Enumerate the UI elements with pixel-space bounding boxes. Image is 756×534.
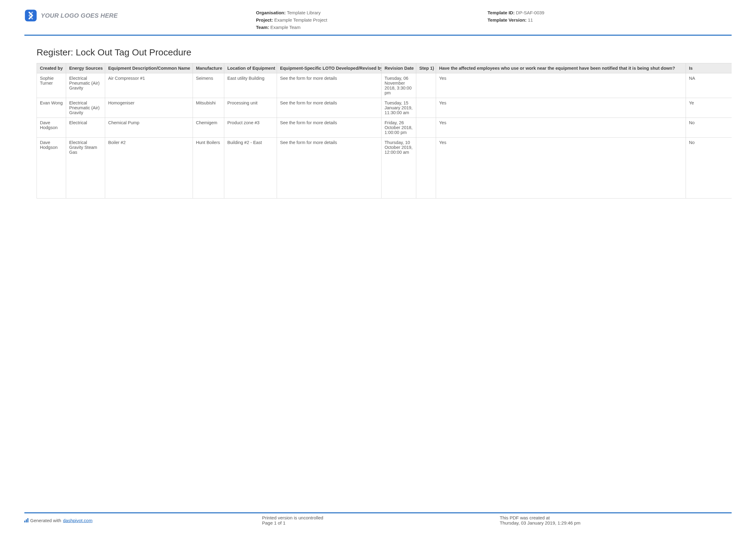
page-title: Register: Lock Out Tag Out Procedure <box>37 47 732 58</box>
table-row: Dave Hodgson Electrical Chemical Pump Ch… <box>37 118 732 138</box>
col-loto-developed-by: Equipment-Specific LOTO Developed/Revise… <box>277 63 382 73</box>
cell-energy: Electrical Pneumatic (Air) Gravity <box>66 73 105 98</box>
logo-text: YOUR LOGO GOES HERE <box>41 12 118 19</box>
template-id-label: Template ID: <box>488 10 515 15</box>
footer-right: This PDF was created at Thursday, 03 Jan… <box>500 515 732 525</box>
team-value: Example Team <box>270 25 300 30</box>
cell-created-by: Sophie Turner <box>37 73 66 98</box>
template-id-value: DP-SAF-0039 <box>516 10 544 15</box>
col-notified: Have the affected employees who use or w… <box>436 63 686 73</box>
cell-is: No <box>686 138 732 198</box>
col-created-by: Created by <box>37 63 66 73</box>
cell-equip: Boiler #2 <box>105 138 193 198</box>
generated-with-text: Generated with <box>30 518 61 523</box>
cell-step1 <box>416 98 436 118</box>
svg-rect-0 <box>25 10 37 22</box>
project-value: Example Template Project <box>274 17 327 22</box>
dashpivot-link[interactable]: dashpivot.com <box>63 518 93 523</box>
org-label: Organisation: <box>256 10 286 15</box>
logo-block: YOUR LOGO GOES HERE <box>24 9 256 22</box>
cell-energy: Electrical <box>66 118 105 138</box>
cell-rev: Friday, 26 October 2018, 1:00:00 pm <box>382 118 416 138</box>
bar-chart-icon <box>24 518 28 522</box>
cell-notified: Yes <box>436 118 686 138</box>
cell-step1 <box>416 118 436 138</box>
team-label: Team: <box>256 25 269 30</box>
cell-is: Ye <box>686 98 732 118</box>
cell-mfr: Chemigem <box>193 118 224 138</box>
created-at-value: Thursday, 03 January 2019, 1:29:46 pm <box>500 520 732 525</box>
cell-loto-by: See the form for more details <box>277 73 382 98</box>
meta-right: Template ID: DP-SAF-0039 Template Versio… <box>488 9 732 24</box>
cell-equip: Chemical Pump <box>105 118 193 138</box>
table-header-row: Created by Energy Sources Equipment Desc… <box>37 63 732 73</box>
cell-step1 <box>416 138 436 198</box>
col-step1: Step 1) <box>416 63 436 73</box>
table-row: Dave Hodgson Electrical Gravity Steam Ga… <box>37 138 732 198</box>
uncontrolled-text: Printed version is uncontrolled <box>262 515 500 520</box>
cell-is: NA <box>686 73 732 98</box>
col-energy-sources: Energy Sources <box>66 63 105 73</box>
cell-rev: Tuesday, 15 January 2019, 11:30:00 am <box>382 98 416 118</box>
logo-icon <box>24 9 37 22</box>
created-at-label: This PDF was created at <box>500 515 732 520</box>
table-row: Sophie Turner Electrical Pneumatic (Air)… <box>37 73 732 98</box>
cell-notified: Yes <box>436 98 686 118</box>
col-equipment-description: Equipment Description/Common Name <box>105 63 193 73</box>
cell-energy: Electrical Pneumatic (Air) Gravity <box>66 98 105 118</box>
col-location: Location of Equipment <box>224 63 277 73</box>
col-manufacture: Manufacture <box>193 63 224 73</box>
cell-loc: Product zone #3 <box>224 118 277 138</box>
cell-rev: Tuesday, 06 November 2018, 3:30:00 pm <box>382 73 416 98</box>
template-version-label: Template Version: <box>488 17 526 22</box>
page-number: Page 1 of 1 <box>262 520 500 525</box>
cell-notified: Yes <box>436 138 686 198</box>
document-header: YOUR LOGO GOES HERE Organisation: Templa… <box>24 9 732 36</box>
cell-equip: Homogeniser <box>105 98 193 118</box>
cell-mfr: Mitsubishi <box>193 98 224 118</box>
cell-created-by: Dave Hodgson <box>37 138 66 198</box>
cell-notified: Yes <box>436 73 686 98</box>
cell-loto-by: See the form for more details <box>277 98 382 118</box>
cell-rev: Thursday, 10 October 2019, 12:00:00 am <box>382 138 416 198</box>
cell-mfr: Seimens <box>193 73 224 98</box>
cell-created-by: Evan Wong <box>37 98 66 118</box>
cell-energy: Electrical Gravity Steam Gas <box>66 138 105 198</box>
register-table: Created by Energy Sources Equipment Desc… <box>37 63 732 198</box>
cell-created-by: Dave Hodgson <box>37 118 66 138</box>
document-footer: Generated with dashpivot.com Printed ver… <box>24 512 732 525</box>
org-value: Template Library <box>287 10 321 15</box>
footer-center: Printed version is uncontrolled Page 1 o… <box>262 515 500 525</box>
col-is: Is <box>686 63 732 73</box>
meta-center: Organisation: Template Library Project: … <box>256 9 488 31</box>
footer-left: Generated with dashpivot.com <box>24 515 262 525</box>
cell-is: No <box>686 118 732 138</box>
cell-loto-by: See the form for more details <box>277 138 382 198</box>
cell-mfr: Hunt Boilers <box>193 138 224 198</box>
cell-loc: East utility Building <box>224 73 277 98</box>
col-revision-date: Revision Date <box>382 63 416 73</box>
cell-equip: Air Compressor #1 <box>105 73 193 98</box>
cell-loto-by: See the form for more details <box>277 118 382 138</box>
cell-step1 <box>416 73 436 98</box>
cell-loc: Processing unit <box>224 98 277 118</box>
project-label: Project: <box>256 17 273 22</box>
cell-loc: Building #2 - East <box>224 138 277 198</box>
table-row: Evan Wong Electrical Pneumatic (Air) Gra… <box>37 98 732 118</box>
template-version-value: 11 <box>528 17 533 22</box>
